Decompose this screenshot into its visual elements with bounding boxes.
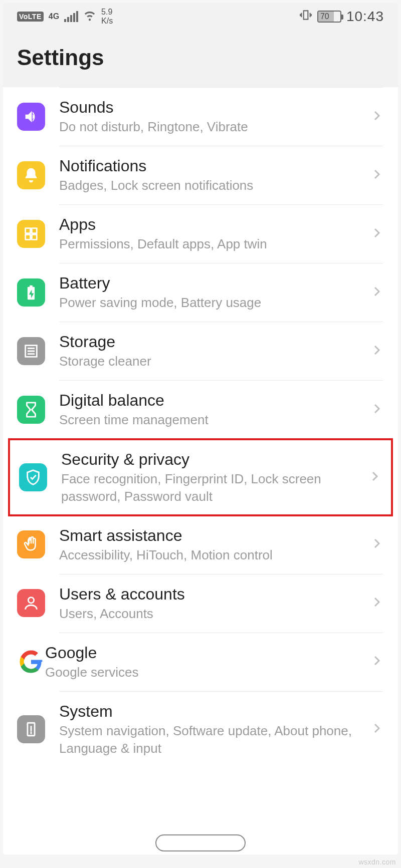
settings-item-smart-assistance[interactable]: Smart assistance Accessibility, HiTouch,… — [3, 515, 398, 574]
storage-icon — [17, 337, 45, 365]
settings-item-storage[interactable]: Storage Storage cleaner — [3, 322, 398, 380]
wifi-icon — [83, 9, 96, 25]
settings-item-system[interactable]: System System navigation, Software updat… — [3, 691, 398, 767]
settings-item-apps[interactable]: Apps Permissions, Default apps, App twin — [3, 204, 398, 263]
shield-check-icon — [19, 463, 47, 491]
bell-icon — [17, 161, 45, 189]
item-subtitle: System navigation, Software update, Abou… — [59, 722, 365, 757]
chevron-right-icon — [371, 655, 383, 669]
google-icon — [17, 648, 45, 676]
page-title: Settings — [17, 45, 384, 70]
item-subtitle: Permissions, Default apps, App twin — [59, 235, 365, 253]
chevron-right-icon — [371, 344, 383, 358]
settings-item-battery[interactable]: Battery Power saving mode, Battery usage — [3, 263, 398, 322]
clock: 10:43 — [346, 9, 384, 25]
chevron-right-icon — [371, 285, 383, 300]
item-subtitle: Accessibility, HiTouch, Motion control — [59, 546, 365, 564]
item-subtitle: Users, Accounts — [59, 605, 365, 623]
signal-icon — [64, 11, 78, 22]
item-label: Google — [45, 643, 365, 663]
chevron-right-icon — [371, 403, 383, 417]
svg-point-0 — [28, 598, 34, 603]
item-label: Notifications — [59, 156, 365, 176]
user-icon — [17, 589, 45, 617]
settings-item-google[interactable]: Google Google services — [3, 633, 398, 691]
apps-icon — [17, 220, 45, 248]
settings-item-digital-balance[interactable]: Digital balance Screen time management — [3, 380, 398, 439]
item-subtitle: Face recognition, Fingerprint ID, Lock s… — [61, 470, 363, 505]
item-subtitle: Power saving mode, Battery usage — [59, 294, 365, 312]
battery-icon: 70 — [317, 11, 341, 23]
item-label: Security & privacy — [61, 449, 363, 469]
chevron-right-icon — [369, 470, 381, 484]
network-speed: 5.9 K/s — [101, 8, 113, 25]
item-label: Users & accounts — [59, 584, 365, 604]
item-subtitle: Storage cleaner — [59, 353, 365, 370]
item-subtitle: Do not disturb, Ringtone, Vibrate — [59, 118, 365, 136]
item-subtitle: Badges, Lock screen notifications — [59, 177, 365, 194]
settings-list: Sounds Do not disturb, Ringtone, Vibrate… — [3, 87, 398, 767]
status-right: 70 10:43 — [299, 9, 384, 25]
item-label: Smart assistance — [59, 525, 365, 545]
item-subtitle: Google services — [45, 664, 365, 681]
item-label: System — [59, 701, 365, 721]
chevron-right-icon — [371, 168, 383, 182]
settings-item-notifications[interactable]: Notifications Badges, Lock screen notifi… — [3, 146, 398, 204]
status-left: VoLTE 4G 5.9 K/s — [17, 8, 113, 25]
chevron-right-icon — [371, 227, 383, 241]
chevron-right-icon — [371, 596, 383, 610]
item-label: Sounds — [59, 97, 365, 117]
item-label: Battery — [59, 273, 365, 293]
hand-icon — [17, 530, 45, 558]
system-info-icon — [17, 715, 45, 743]
hourglass-icon — [17, 396, 45, 424]
settings-item-sounds[interactable]: Sounds Do not disturb, Ringtone, Vibrate — [3, 87, 398, 146]
watermark: wsxdn.com — [358, 858, 396, 866]
settings-item-security-privacy[interactable]: Security & privacy Face recognition, Fin… — [8, 438, 393, 516]
page-header: Settings — [3, 30, 398, 87]
volume-icon — [17, 103, 45, 131]
chevron-right-icon — [371, 537, 383, 551]
gesture-nav-pill[interactable] — [155, 834, 246, 851]
vibrate-icon — [299, 9, 312, 25]
volte-badge: VoLTE — [17, 12, 44, 22]
chevron-right-icon — [371, 722, 383, 736]
status-bar: VoLTE 4G 5.9 K/s 70 10:43 — [3, 3, 398, 30]
item-subtitle: Screen time management — [59, 411, 365, 429]
item-label: Digital balance — [59, 390, 365, 410]
network-label: 4G — [49, 13, 59, 21]
item-label: Apps — [59, 214, 365, 234]
settings-item-users-accounts[interactable]: Users & accounts Users, Accounts — [3, 574, 398, 633]
battery-charging-icon — [17, 278, 45, 307]
chevron-right-icon — [371, 110, 383, 124]
item-label: Storage — [59, 332, 365, 352]
